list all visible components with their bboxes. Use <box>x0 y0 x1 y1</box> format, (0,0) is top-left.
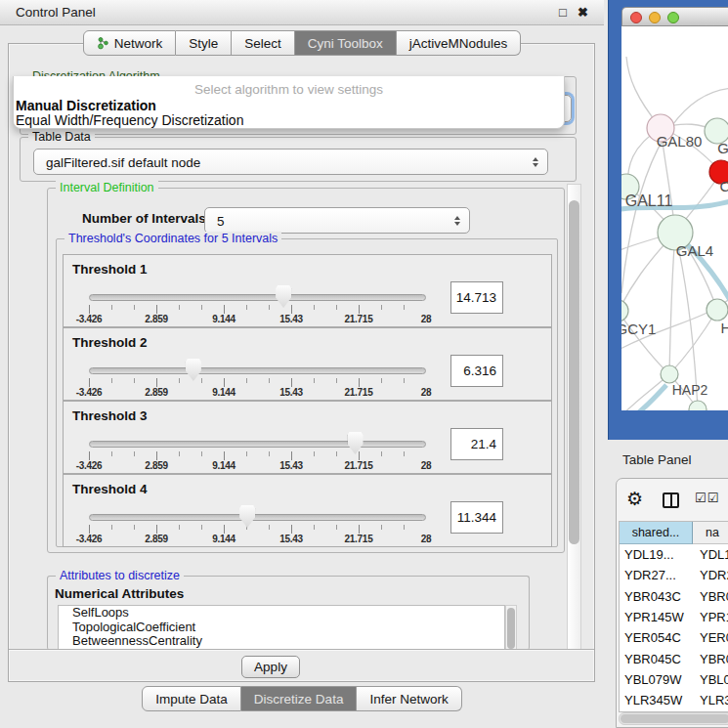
cyni-bottom-tabbar: Impute Data Discretize Data Infer Networ… <box>0 686 604 711</box>
threshold-1-value-field[interactable] <box>450 281 503 314</box>
apply-button[interactable]: Apply <box>241 656 300 678</box>
tick-label: 2.859 <box>145 314 168 324</box>
slider-track[interactable] <box>89 441 426 448</box>
table-row[interactable]: YDR27...YDR2 <box>620 565 728 585</box>
tab-discretize-data[interactable]: Discretize Data <box>241 686 358 711</box>
threshold-4-panel: Threshold 4 -3.426 2.859 9.144 15.43 21.… <box>63 474 552 547</box>
dropdown-option-equal-width[interactable]: Equal Width/Frequency Discretization <box>16 112 243 128</box>
name-cell[interactable]: YBR0 <box>693 652 728 666</box>
group-title: Threshold's Coordinates for 5 Intervals <box>64 232 281 245</box>
name-cell[interactable]: YER0 <box>693 630 728 645</box>
network-node[interactable] <box>621 300 628 321</box>
tab-cyni-toolbox[interactable]: Cyni Toolbox <box>295 30 397 56</box>
control-panel-titlebar: Control Panel □ ✖ <box>0 0 604 25</box>
shared-name-cell[interactable]: YDR27... <box>620 568 693 582</box>
name-cell[interactable]: YBL0 <box>693 672 728 687</box>
minimize-traffic-light[interactable] <box>649 12 661 23</box>
group-title: Table Data <box>28 130 95 144</box>
panel-title: Control Panel <box>16 5 96 20</box>
attributes-list[interactable]: SelfLoopsTopologicalCoefficientBetweenne… <box>58 605 505 651</box>
threshold-2-slider[interactable]: -3.426 2.859 9.144 15.43 21.715 28 <box>89 356 426 399</box>
control-panel-tabbar: Network Style Select Cyni Toolbox jActiv… <box>0 30 604 56</box>
column-header-shared-name[interactable]: shared... <box>620 522 693 544</box>
table-row[interactable]: YBL079WYBL0 <box>620 669 728 690</box>
attributes-list-scrollbar[interactable] <box>505 605 517 651</box>
attribute-list-item[interactable]: TopologicalCoefficient <box>59 621 504 635</box>
float-window-icon[interactable]: □ <box>559 7 571 19</box>
name-cell[interactable]: YBR0 <box>693 589 728 604</box>
shared-name-cell[interactable]: YBL079W <box>620 672 693 687</box>
dropdown-option-manual[interactable]: Manual Discretization <box>16 98 156 113</box>
network-node[interactable] <box>689 401 707 410</box>
tick-label: 2.859 <box>145 460 168 471</box>
tick-label: 21.715 <box>345 314 373 324</box>
network-node[interactable] <box>661 365 678 383</box>
tab-label: jActiveMNodules <box>409 36 508 51</box>
tab-network[interactable]: Network <box>83 30 177 56</box>
tab-impute-data[interactable]: Impute Data <box>142 686 241 711</box>
slider-track[interactable] <box>89 294 426 301</box>
gear-icon[interactable]: ⚙ <box>626 488 643 510</box>
threshold-4-value-field[interactable] <box>450 501 503 534</box>
number-of-intervals-label: Number of Intervals <box>82 211 206 226</box>
column-layout-icon[interactable] <box>663 492 679 508</box>
network-node[interactable] <box>707 299 728 321</box>
network-canvas[interactable]: GAL80GCGAL11GAL4GCY1HHAP2 <box>621 26 728 410</box>
scrollbar-thumb[interactable] <box>569 200 579 544</box>
name-cell[interactable]: YLR3 <box>693 693 728 707</box>
tab-select[interactable]: Select <box>232 30 295 56</box>
threshold-2-value-field[interactable] <box>450 355 503 387</box>
number-of-intervals-combobox[interactable]: 5 <box>204 207 470 234</box>
table-row[interactable]: YDL19...YDL1 <box>620 544 728 565</box>
threshold-3-slider[interactable]: -3.426 2.859 9.144 15.43 21.715 28 <box>89 429 426 472</box>
zoom-traffic-light[interactable] <box>667 12 679 23</box>
tab-infer-network[interactable]: Infer Network <box>357 686 461 711</box>
name-cell[interactable]: YPR1 <box>693 610 728 624</box>
column-header-name[interactable]: na <box>693 522 728 544</box>
node-label: C <box>720 178 728 194</box>
name-cell[interactable]: YDL1 <box>693 547 728 562</box>
name-cell[interactable]: YDR2 <box>693 568 728 582</box>
column-checkbox-icons[interactable]: ☑☑ <box>695 491 719 505</box>
threshold-1-slider[interactable]: -3.426 2.859 9.144 15.43 21.715 28 <box>89 282 426 325</box>
node-label: GAL4 <box>676 242 713 259</box>
attribute-list-item[interactable]: SelfLoops <box>59 606 504 621</box>
shared-name-cell[interactable]: YBR045C <box>620 652 693 666</box>
table-data-combobox[interactable]: galFiltered.sif default node <box>33 149 548 175</box>
table-body: YDL19...YDL1YDR27...YDR2YBR043CYBR0YPR14… <box>620 544 728 712</box>
shared-name-cell[interactable]: YDL19... <box>620 547 693 562</box>
tab-label: Network <box>114 36 163 51</box>
tab-jactivemnodules[interactable]: jActiveMNodules <box>397 30 522 56</box>
slider-ticks <box>89 378 426 387</box>
close-traffic-light[interactable] <box>630 12 642 23</box>
shared-name-cell[interactable]: YPR145W <box>620 610 693 624</box>
slider-track[interactable] <box>89 514 426 521</box>
table-row[interactable]: YLR345WYLR3 <box>620 690 728 710</box>
tick-label: 9.144 <box>212 534 236 544</box>
threshold-label: Threshold 4 <box>72 482 148 496</box>
table-row[interactable]: YBR043CYBR0 <box>620 586 728 607</box>
shared-name-cell[interactable]: YLR345W <box>620 693 693 707</box>
interval-definition-group: Interval Definition Number of Intervals … <box>47 188 565 553</box>
tick-label: 9.144 <box>212 387 236 398</box>
table-row[interactable]: YBR045CYBR0 <box>620 648 728 668</box>
table-row[interactable]: YER054CYER0 <box>620 627 728 648</box>
attribute-list-item[interactable]: BetweennessCentrality <box>59 634 504 649</box>
close-panel-icon[interactable]: ✖ <box>578 5 588 20</box>
slider-track[interactable] <box>89 367 426 374</box>
node-label: HAP2 <box>672 382 708 398</box>
tab-style[interactable]: Style <box>176 30 232 56</box>
scrollbar-thumb[interactable] <box>507 608 515 649</box>
threshold-4-slider[interactable]: -3.426 2.859 9.144 15.43 21.715 28 <box>89 502 426 545</box>
table-row[interactable]: YPR145WYPR1 <box>620 607 728 627</box>
threshold-3-value-field[interactable] <box>450 428 503 460</box>
shared-name-cell[interactable]: YBR043C <box>620 589 693 604</box>
table-data-group: Table Data galFiltered.sif default node <box>20 137 577 182</box>
settings-scrollbar[interactable] <box>567 184 581 650</box>
dropdown-hint: Select algorithm to view settings <box>14 82 564 97</box>
table-horizontal-scrollbar[interactable] <box>619 712 728 725</box>
scrollbar-thumb[interactable] <box>621 714 728 723</box>
shared-name-cell[interactable]: YER054C <box>620 630 693 645</box>
apply-button-label: Apply <box>254 660 287 674</box>
network-tab-icon <box>97 36 109 50</box>
